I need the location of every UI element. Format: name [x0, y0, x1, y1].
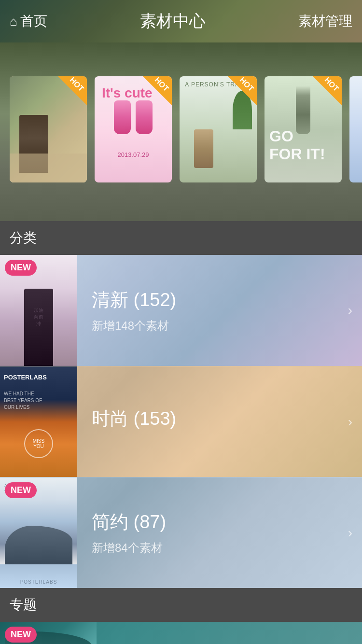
- posterlabs-sub: WE HAD THEBEST YEARS OFOUR LIVES: [4, 391, 42, 411]
- thumb-text-qingxin: 加油向前冲: [2, 307, 75, 327]
- fenlei-label: 分类: [0, 221, 362, 255]
- header: ⌂ 首页 素材中心 素材管理: [0, 0, 362, 42]
- category-info-shishang: 时尚 (153): [77, 406, 348, 437]
- category-sub-jianyue: 新增84个素材: [92, 540, 334, 556]
- category-name-jianyue: 简约 (87): [92, 510, 334, 534]
- category-name-shishang: 时尚 (153): [92, 406, 334, 431]
- thumb-posterlabs-jianyue: POSTERLABS: [0, 579, 77, 585]
- card-2-date: 2013.07.29: [95, 151, 172, 158]
- carousel-item-3[interactable]: A PERSON'S TRAVEL HOT: [180, 76, 257, 182]
- thumb-rock: [5, 526, 72, 564]
- page-title: 素材中心: [140, 10, 206, 32]
- new-badge-jianyue: NEW: [5, 482, 37, 498]
- new-badge-qingxin: NEW: [5, 260, 37, 276]
- arrow-jianyue: ›: [348, 525, 362, 541]
- category-info-jianyue: 简约 (87) 新增84个素材: [77, 510, 348, 556]
- category-name-qingxin: 清新 (152): [92, 288, 334, 312]
- category-item-shishang[interactable]: POSTERLABS WE HAD THEBEST YEARS OFOUR LI…: [0, 366, 362, 477]
- manage-button[interactable]: 素材管理: [298, 12, 352, 30]
- card-2-bottles: [95, 100, 172, 134]
- bottle-left: [114, 100, 131, 134]
- carousel-item-2[interactable]: It's cute 2013.07.29 HOT: [95, 76, 172, 182]
- carousel-scroll: HOT It's cute 2013.07.29 HOT A PERSON'S …: [10, 76, 362, 182]
- arrow-qingxin: ›: [348, 303, 362, 318]
- card-1-overlay: [10, 154, 87, 182]
- card-3-person: [194, 129, 213, 168]
- category-info-qingxin: 清新 (152) 新增148个素材: [77, 288, 348, 334]
- hot-badge-4: HOT: [313, 76, 342, 105]
- carousel-section: HOT It's cute 2013.07.29 HOT A PERSON'S …: [0, 42, 362, 221]
- home-nav[interactable]: ⌂ 首页: [10, 12, 47, 30]
- category-thumb-shishang: POSTERLABS WE HAD THEBEST YEARS OFOUR LI…: [0, 366, 77, 477]
- zhuanti-label: 专题: [0, 588, 362, 622]
- hot-badge-3: HOT: [228, 76, 257, 105]
- category-sub-qingxin: 新增148个素材: [92, 318, 334, 334]
- carousel-item-1[interactable]: HOT: [10, 76, 87, 182]
- hot-badge-text-4: HOT: [323, 76, 341, 93]
- hot-badge-text-2: HOT: [153, 76, 171, 93]
- thumb-water: [0, 564, 77, 588]
- card-4-go-text: GOFOR IT!: [269, 127, 337, 163]
- carousel-item-4[interactable]: GOFOR IT! HOT: [265, 76, 342, 182]
- home-icon: ⌂: [10, 14, 17, 29]
- arrow-shishang: ›: [348, 414, 362, 430]
- posterlabs-text: POSTERLABS: [4, 374, 47, 382]
- thumb-figure-qingxin: [24, 289, 53, 366]
- carousel-item-5[interactable]: [349, 76, 362, 182]
- category-item-jianyue[interactable]: NEW 光 POSTERLABS 简约 (87) 新增84个素材 ›: [0, 477, 362, 588]
- hot-badge-1: HOT: [58, 76, 87, 105]
- new-badge-see-world: NEW: [5, 627, 37, 643]
- home-label: 首页: [20, 12, 47, 30]
- bottle-right: [136, 100, 153, 134]
- posterlabs-circle: MISSYOU: [24, 429, 53, 458]
- card-4-vase: [296, 86, 310, 134]
- hot-badge-text-1: HOT: [68, 76, 86, 93]
- hot-badge-2: HOT: [143, 76, 172, 105]
- category-item-qingxin[interactable]: NEW 加油向前冲 清新 (152) 新增148个素材 ›: [0, 255, 362, 366]
- hot-badge-text-3: HOT: [238, 76, 256, 93]
- zhuanti-card-see-world[interactable]: NEW SEE THE WORLD: [0, 622, 362, 644]
